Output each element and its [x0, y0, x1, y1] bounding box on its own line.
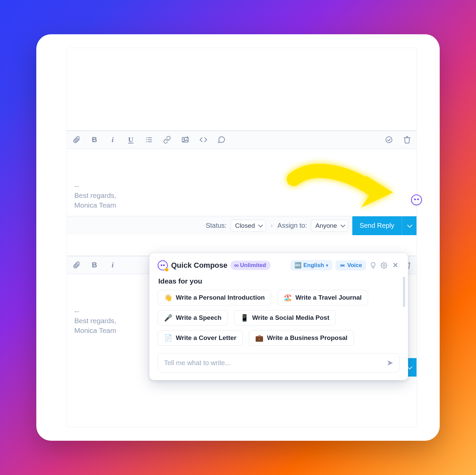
attachment-icon[interactable]	[72, 261, 80, 269]
status-select[interactable]: Closed	[231, 220, 266, 232]
idea-label: Write a Personal Introduction	[176, 294, 265, 301]
popup-header: Quick Compose ∞ Unlimited 🔤 English ▾ ⫘ …	[158, 260, 400, 270]
chevron-right-icon: ›	[270, 222, 273, 229]
prompt-input[interactable]	[164, 359, 387, 367]
idea-label: Write a Business Proposal	[267, 334, 347, 342]
unlimited-label: Unlimited	[240, 262, 266, 269]
ideas-row-2: 🎤 Write a Speech 📱 Write a Social Media …	[158, 310, 400, 326]
italic-icon[interactable]: i	[109, 136, 117, 144]
monica-logo-icon	[414, 199, 419, 201]
lightbulb-icon[interactable]	[369, 262, 377, 269]
status-label: Status:	[206, 222, 227, 229]
ideas-row-3: 📄 Write a Cover Letter 💼 Write a Busines…	[158, 330, 400, 346]
idea-cover-letter[interactable]: 📄 Write a Cover Letter	[158, 330, 243, 346]
monica-floating-button[interactable]	[411, 195, 422, 205]
trash-icon[interactable]	[403, 136, 411, 144]
editor-toolbar: B i U	[67, 131, 416, 149]
quick-compose-popup: Quick Compose ∞ Unlimited 🔤 English ▾ ⫘ …	[149, 253, 408, 380]
idea-business-proposal[interactable]: 💼 Write a Business Proposal	[249, 330, 354, 346]
signature-line-1: Best regards,	[74, 191, 409, 200]
svg-point-4	[146, 139, 147, 140]
briefcase-emoji-icon: 💼	[255, 334, 264, 342]
beach-emoji-icon: 🏖️	[284, 294, 292, 302]
promo-card: B i U -- Best regards, Monica Team Statu…	[36, 34, 440, 441]
settings-icon[interactable]	[380, 262, 388, 269]
idea-social-media-post[interactable]: 📱 Write a Social Media Post	[234, 310, 336, 326]
idea-speech[interactable]: 🎤 Write a Speech	[158, 310, 228, 326]
unlimited-badge: ∞ Unlimited	[231, 261, 271, 270]
code-icon[interactable]	[199, 136, 207, 144]
voice-label: Voice	[347, 262, 362, 269]
ideas-row-1: 👋 Write a Personal Introduction 🏖️ Write…	[158, 290, 400, 305]
svg-point-12	[383, 264, 385, 266]
idea-label: Write a Social Media Post	[252, 314, 329, 321]
svg-point-10	[386, 137, 392, 143]
idea-label: Write a Speech	[176, 314, 222, 321]
assign-select[interactable]: Anyone	[311, 220, 348, 232]
send-icon[interactable]: ➤	[387, 358, 393, 368]
image-icon[interactable]	[181, 136, 189, 144]
idea-label: Write a Travel Journal	[295, 294, 362, 301]
wave-emoji-icon: 👋	[164, 294, 172, 302]
idea-personal-introduction[interactable]: 👋 Write a Personal Introduction	[158, 290, 271, 305]
bold-icon[interactable]: B	[90, 261, 98, 269]
translate-icon: 🔤	[294, 262, 302, 269]
svg-point-3	[146, 137, 147, 138]
editor-body[interactable]: -- Best regards, Monica Team	[67, 149, 416, 216]
close-icon[interactable]: ✕	[391, 261, 400, 270]
popup-title: Quick Compose	[171, 261, 227, 270]
send-reply-dropdown[interactable]	[402, 216, 416, 235]
idea-travel-journal[interactable]: 🏖️ Write a Travel Journal	[277, 290, 368, 305]
waveform-icon: ⫘	[340, 262, 345, 269]
infinity-icon: ∞	[234, 262, 239, 268]
assign-label: Assign to:	[277, 222, 307, 229]
language-selector[interactable]: 🔤 English ▾	[290, 260, 332, 270]
chevron-down-icon: ▾	[326, 263, 328, 268]
voice-selector[interactable]: ⫘ Voice	[335, 260, 366, 270]
signature-divider: --	[74, 181, 409, 191]
editor-footer: Status: Closed › Assign to: Anyone Send …	[67, 216, 416, 235]
link-icon[interactable]	[163, 136, 171, 144]
page-emoji-icon: 📄	[164, 334, 172, 342]
bold-icon[interactable]: B	[90, 136, 98, 144]
svg-point-7	[184, 138, 185, 139]
underline-icon[interactable]: U	[127, 136, 135, 144]
app-frame: B i U -- Best regards, Monica Team Statu…	[67, 48, 417, 427]
list-icon[interactable]	[145, 136, 153, 144]
reply-editor: B i U -- Best regards, Monica Team Statu…	[67, 130, 416, 235]
attachment-icon[interactable]	[72, 136, 80, 144]
microphone-emoji-icon: 🎤	[164, 314, 172, 322]
signature-line-2: Monica Team	[74, 201, 409, 210]
send-reply-button[interactable]: Send Reply	[352, 216, 402, 235]
phone-emoji-icon: 📱	[240, 314, 249, 322]
check-circle-icon[interactable]	[385, 136, 393, 144]
language-label: English	[304, 262, 324, 269]
send-reply-group: Send Reply	[352, 216, 416, 235]
prompt-input-row: ➤	[158, 353, 400, 373]
popup-scrollbar[interactable]	[403, 277, 405, 307]
monica-logo-icon	[158, 260, 168, 270]
idea-label: Write a Cover Letter	[176, 334, 236, 342]
comment-icon[interactable]	[217, 136, 226, 144]
svg-point-5	[146, 141, 147, 142]
italic-icon[interactable]: i	[109, 261, 117, 269]
ideas-heading: Ideas for you	[158, 277, 400, 285]
